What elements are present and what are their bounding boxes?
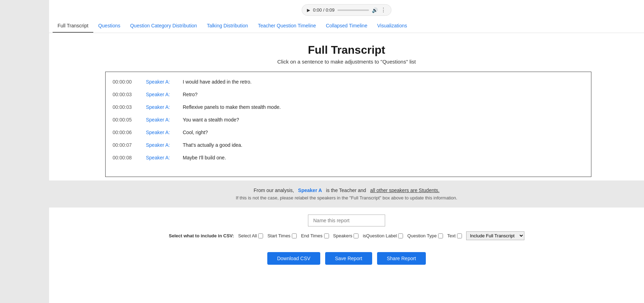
transcript-time: 00:00:03	[113, 104, 139, 110]
audio-controls: ▶ 0:00 / 0:09 🔊 ⋮	[302, 4, 391, 16]
transcript-time: 00:00:06	[113, 130, 139, 135]
analysis-suffix: is the Teacher and	[326, 187, 366, 193]
analysis-note: If this is not the case, please relabel …	[56, 195, 637, 200]
transcript-row[interactable]: 00:00:03 Speaker A: Reflexive panels to …	[113, 101, 584, 113]
csv-option-text: Text	[447, 233, 462, 238]
csv-label: Select what to include in CSV:	[169, 233, 234, 238]
transcript-row[interactable]: 00:00:05 Speaker A: You want a stealth m…	[113, 113, 584, 126]
analysis-all-others: all other speakers are Students.	[370, 187, 440, 193]
csv-option-speakers: Speakers	[333, 233, 359, 238]
tab-visualizations[interactable]: Visualizations	[372, 19, 412, 33]
csv-transcript-select[interactable]: Include Full TranscriptExclude Full Tran…	[466, 231, 524, 240]
share-report-button[interactable]: Share Report	[377, 252, 426, 265]
csv-option-end-times: End Times	[301, 233, 329, 238]
csv-option-isquestion: isQuestion Label	[363, 233, 403, 238]
transcript-time: 00:00:07	[113, 142, 139, 148]
transcript-text: You want a stealth mode?	[183, 117, 239, 123]
transcript-row[interactable]: 00:00:03 Speaker A: Retro?	[113, 88, 584, 101]
csv-row: Select what to include in CSV: Select Al…	[56, 231, 637, 240]
analysis-box: From our analysis, Speaker A is the Teac…	[49, 180, 644, 208]
nav-tabs: Full Transcript Questions Question Categ…	[49, 19, 644, 33]
tab-talking-distribution[interactable]: Talking Distribution	[202, 19, 253, 33]
main-content: ▶ 0:00 / 0:09 🔊 ⋮ Full Transcript Questi…	[49, 0, 644, 303]
transcript-text: Retro?	[183, 92, 197, 97]
csv-option-start-times: Start Times	[267, 233, 297, 238]
transcript-speaker: Speaker A:	[146, 79, 176, 85]
csv-option-select-all: Select All	[238, 233, 263, 238]
audio-time: 0:00 / 0:09	[313, 7, 334, 13]
transcript-speaker: Speaker A:	[146, 104, 176, 110]
audio-player: ▶ 0:00 / 0:09 🔊 ⋮	[49, 0, 644, 19]
transcript-speaker: Speaker A:	[146, 130, 176, 135]
csv-isquestion-checkbox[interactable]	[398, 233, 403, 238]
csv-end-times-checkbox[interactable]	[324, 233, 329, 238]
transcript-text: Maybe I'll build one.	[183, 155, 226, 160]
analysis-text: From our analysis, Speaker A is the Teac…	[56, 187, 637, 193]
page-title: Full Transcript	[49, 44, 644, 57]
csv-text-checkbox[interactable]	[457, 233, 462, 238]
csv-speakers-label: Speakers	[333, 233, 353, 238]
transcript-time: 00:00:05	[113, 117, 139, 123]
analysis-prefix: From our analysis,	[254, 187, 294, 193]
transcript-speaker: Speaker A:	[146, 155, 176, 160]
transcript-text: I would have added in the retro.	[183, 79, 251, 85]
transcript-row[interactable]: 00:00:08 Speaker A: Maybe I'll build one…	[113, 151, 584, 164]
tab-collapsed-timeline[interactable]: Collapsed Timeline	[321, 19, 372, 33]
page-header: Full Transcript Click on a sentence to m…	[49, 33, 644, 68]
transcript-text: Reflexive panels to make them stealth mo…	[183, 104, 281, 110]
transcript-speaker: Speaker A:	[146, 117, 176, 123]
audio-progress-bar[interactable]	[337, 9, 369, 11]
download-csv-button[interactable]: Download CSV	[267, 252, 320, 265]
save-report-button[interactable]: Save Report	[325, 252, 372, 265]
transcript-row[interactable]: 00:00:00 Speaker A: I would have added i…	[113, 75, 584, 88]
csv-start-times-label: Start Times	[267, 233, 290, 238]
csv-isquestion-label: isQuestion Label	[363, 233, 397, 238]
transcript-time: 00:00:08	[113, 155, 139, 160]
csv-select-all-checkbox[interactable]	[258, 233, 263, 238]
transcript-speaker: Speaker A:	[146, 142, 176, 148]
transcript-row[interactable]: 00:00:06 Speaker A: Cool, right?	[113, 126, 584, 139]
csv-question-type-checkbox[interactable]	[438, 233, 443, 238]
report-section: Select what to include in CSV: Select Al…	[49, 208, 644, 247]
csv-start-times-checkbox[interactable]	[292, 233, 297, 238]
tab-question-category-distribution[interactable]: Question Category Distribution	[125, 19, 202, 33]
transcript-box: 00:00:00 Speaker A: I would have added i…	[105, 72, 591, 177]
analysis-speaker: Speaker A	[298, 187, 322, 193]
csv-speakers-checkbox[interactable]	[354, 233, 358, 238]
sidebar	[0, 0, 49, 303]
transcript-text: Cool, right?	[183, 130, 208, 135]
csv-select-all-label: Select All	[238, 233, 257, 238]
tab-teacher-question-timeline[interactable]: Teacher Question Timeline	[253, 19, 321, 33]
page-subtitle: Click on a sentence to make adjustments …	[49, 59, 644, 65]
transcript-speaker: Speaker A:	[146, 92, 176, 97]
audio-play-button[interactable]: ▶	[307, 8, 310, 13]
tab-full-transcript[interactable]: Full Transcript	[53, 19, 93, 33]
transcript-row[interactable]: 00:00:07 Speaker A: That's actually a go…	[113, 139, 584, 151]
tab-questions[interactable]: Questions	[93, 19, 125, 33]
audio-volume-button[interactable]: 🔊	[372, 7, 378, 13]
csv-end-times-label: End Times	[301, 233, 322, 238]
transcript-text: That's actually a good idea.	[183, 142, 242, 148]
report-name-input[interactable]	[308, 215, 385, 226]
csv-option-question-type: Question Type	[407, 233, 443, 238]
csv-question-type-label: Question Type	[407, 233, 437, 238]
csv-text-label: Text	[447, 233, 456, 238]
bottom-buttons: Download CSV Save Report Share Report	[49, 247, 644, 272]
transcript-time: 00:00:03	[113, 92, 139, 97]
transcript-time: 00:00:00	[113, 79, 139, 85]
audio-more-button[interactable]: ⋮	[381, 7, 386, 13]
